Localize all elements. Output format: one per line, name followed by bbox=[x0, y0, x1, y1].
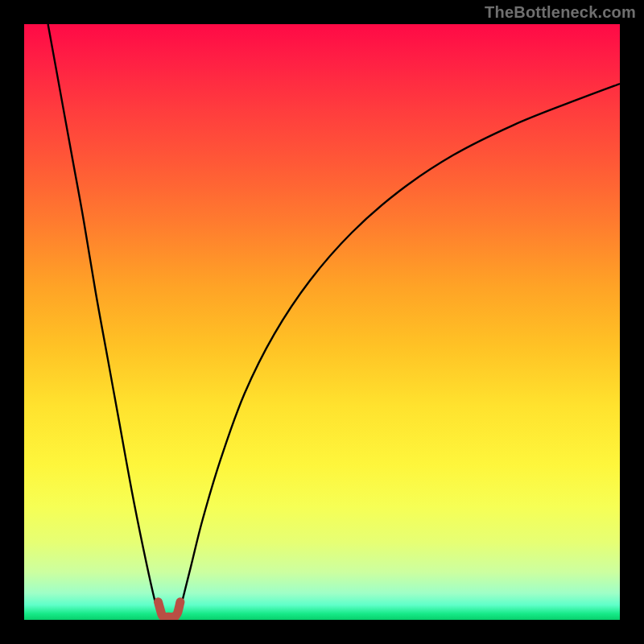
plot-area bbox=[24, 24, 620, 620]
curve-layer bbox=[24, 24, 620, 620]
curve-right-arm bbox=[178, 84, 620, 617]
chart-frame: TheBottleneck.com bbox=[0, 0, 644, 644]
watermark-text: TheBottleneck.com bbox=[485, 3, 636, 22]
floor-marker bbox=[159, 602, 180, 617]
curve-left-arm bbox=[48, 24, 161, 617]
